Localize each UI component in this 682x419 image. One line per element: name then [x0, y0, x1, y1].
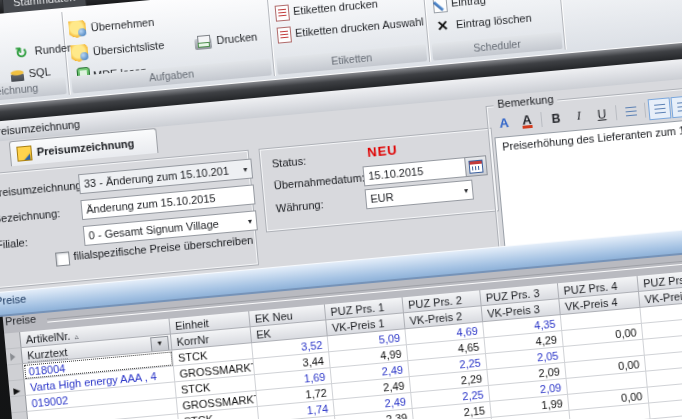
- font-color-button[interactable]: A: [492, 111, 516, 134]
- waehrung-value: EUR: [370, 191, 394, 205]
- toolbar-separator: [615, 105, 617, 120]
- font-highlight-icon: A: [522, 113, 533, 128]
- calendar-picker-button[interactable]: [464, 155, 488, 177]
- align-left-button[interactable]: [648, 97, 672, 120]
- edit-entry-icon: [432, 0, 447, 13]
- chevron-down-icon[interactable]: ▾: [464, 186, 469, 195]
- filialspezifisch-checkbox[interactable]: [55, 251, 70, 266]
- grid-row-selector[interactable]: ▶: [9, 380, 26, 397]
- grid-corner-cell: [4, 332, 21, 349]
- chevron-down-icon[interactable]: ▾: [243, 164, 248, 173]
- label-icon: [275, 5, 290, 22]
- price-tag-icon: [16, 145, 32, 161]
- align-center-icon: [677, 102, 682, 112]
- toolbar-separator: [540, 112, 542, 127]
- bold-icon: B: [551, 111, 561, 126]
- delete-x-icon: ✕: [433, 16, 451, 34]
- status-value-badge: NEU: [367, 142, 399, 160]
- drucken-button[interactable]: Drucken: [194, 27, 259, 53]
- preise-group-label: Preise: [5, 313, 37, 328]
- toolbar-separator: [644, 103, 646, 118]
- overview-list-icon: [70, 43, 88, 61]
- grid-select-all-cell[interactable]: [6, 348, 23, 365]
- round-icon: ↻: [12, 43, 30, 61]
- drucken-label: Drucken: [216, 30, 258, 46]
- kurztext-filter-button[interactable]: ▼: [150, 336, 169, 353]
- rotated-ui-canvas: Stammdaten ↻ Runden SQL Übernehmen Übe: [0, 0, 682, 419]
- font-highlight-button[interactable]: A: [515, 109, 539, 132]
- grid-row-selector[interactable]: [11, 412, 28, 419]
- italic-button[interactable]: I: [567, 105, 591, 128]
- application-window: Stammdaten ↻ Runden SQL Übernehmen Übe: [0, 0, 682, 419]
- underline-icon: U: [597, 107, 607, 122]
- label-icon: [277, 26, 292, 43]
- sql-label: SQL: [28, 65, 51, 79]
- font-color-icon: A: [499, 115, 510, 131]
- uebersichtsliste-button[interactable]: Übersichtsliste: [70, 35, 165, 63]
- uebersichtsliste-label: Übersichtsliste: [92, 39, 164, 57]
- eintrag-label: Eintrag: [450, 0, 486, 9]
- bold-button[interactable]: B: [544, 107, 568, 130]
- sort-asc-icon: ▵: [74, 332, 79, 341]
- current-row-marker-icon: ▶: [13, 383, 21, 397]
- grid-row-selector[interactable]: [7, 364, 24, 381]
- chevron-down-icon[interactable]: ▾: [248, 216, 253, 225]
- align-left-icon: [654, 104, 666, 114]
- italic-icon: I: [576, 109, 581, 124]
- bullet-list-icon: [625, 106, 637, 116]
- tab-label: Preisumzeichnung: [36, 137, 134, 158]
- calendar-icon: [468, 159, 483, 173]
- corner-triangle-icon: [10, 353, 16, 361]
- uebernahmedatum-value: 15.10.2015: [368, 165, 424, 182]
- align-center-button[interactable]: [671, 95, 682, 118]
- printer-icon: [194, 37, 212, 49]
- apply-icon: [68, 20, 86, 38]
- underline-button[interactable]: U: [590, 103, 614, 126]
- runden-label: Runden: [34, 41, 73, 56]
- uebernehmen-label: Übernehmen: [90, 16, 154, 34]
- bullet-list-button[interactable]: [619, 100, 643, 123]
- eintrag-loeschen-label: Eintrag löschen: [455, 12, 532, 31]
- etiketten-drucken-label: Etiketten drucken: [293, 0, 379, 17]
- grid-row-selector[interactable]: [10, 396, 27, 413]
- uebernehmen-button[interactable]: Übernehmen: [68, 12, 155, 40]
